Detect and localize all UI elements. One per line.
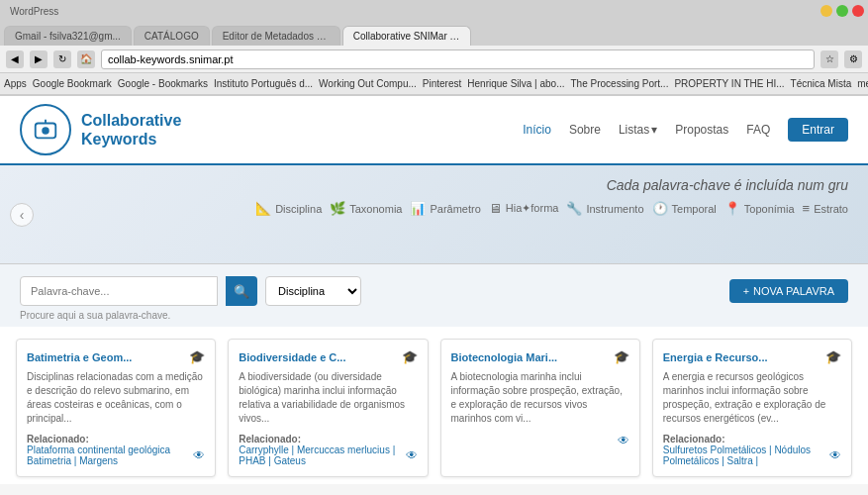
card-header: Energia e Recurso... 🎓: [663, 349, 841, 364]
bookmark-henrique[interactable]: Henrique Silva | abo...: [467, 78, 564, 89]
tab-collaborative[interactable]: Collaborative SNIMar Th...: [342, 26, 471, 46]
search-input[interactable]: [20, 276, 218, 306]
card-related: Relacionado: Carryphylle | Mercuccas mer…: [239, 434, 417, 466]
bookmark-pinterest[interactable]: Pinterest: [423, 78, 461, 89]
nav-inicio[interactable]: Início: [523, 123, 551, 137]
card-biodiversidade: Biodiversidade e C... 🎓 A biodiversidade…: [228, 339, 428, 477]
address-bar: ◀ ▶ ↻ 🏠 ☆ ⚙: [0, 46, 868, 73]
back-button[interactable]: ◀: [6, 50, 24, 68]
bookmark-google-bookmarks[interactable]: Google - Bookmarks: [118, 78, 208, 89]
eye-icon[interactable]: 👁: [406, 448, 418, 462]
tab-bar: Gmail - fsilva321@gm... CATÁLOGO Editor …: [0, 22, 868, 46]
estrato-icon: ≡: [803, 201, 811, 216]
close-btn[interactable]: [852, 5, 864, 17]
cat-parametro: 📊 Parâmetro: [410, 201, 480, 216]
prev-slide-button[interactable]: ‹: [10, 203, 34, 227]
card-title[interactable]: Batimetria e Geom...: [27, 351, 132, 363]
card-related-link[interactable]: Plataforma continental geológicaBatimetr…: [27, 445, 170, 466]
chevron-down-icon: ▾: [651, 123, 657, 137]
card-desc: A biotecnologia marinha inclui informaçã…: [451, 370, 629, 426]
card-header: Biotecnologia Mari... 🎓: [451, 349, 629, 364]
card-desc: A biodiversidade (ou diversidade biológi…: [239, 370, 417, 426]
bookmark-instituto[interactable]: Instituto Português d...: [214, 78, 313, 89]
bookmark-apps[interactable]: Apps: [4, 78, 27, 89]
toponimia-icon: 📍: [724, 201, 740, 216]
plus-icon: +: [743, 285, 749, 297]
bookmark-processing[interactable]: The Processing Port...: [571, 78, 669, 89]
parametro-icon: 📊: [410, 201, 426, 216]
bookmarks-bar: Apps Google Bookmark Google - Bookmarks …: [0, 73, 868, 95]
hia-icon: 🖥: [489, 201, 502, 216]
nav-sobre[interactable]: Sobre: [569, 123, 601, 137]
nav-links: Início Sobre Listas ▾ Propostas FAQ Entr…: [523, 118, 848, 142]
card-related-link[interactable]: Carryphylle | Mercuccas merlucius | PHAB…: [239, 445, 405, 466]
temporal-icon: 🕐: [652, 201, 668, 216]
tab-catalogo[interactable]: CATÁLOGO: [134, 26, 210, 46]
card-desc: A energia e recursos geológicos marinhos…: [663, 370, 841, 426]
discipline-select[interactable]: Disciplina Taxonomia Parâmetro Instrumen…: [265, 276, 361, 306]
card-title[interactable]: Biodiversidade e C...: [239, 351, 345, 363]
search-area: 🔍 Disciplina Taxonomia Parâmetro Instrum…: [0, 264, 868, 327]
card-header: Biodiversidade e C... 🎓: [239, 349, 417, 364]
search-button[interactable]: 🔍: [226, 276, 257, 306]
search-hint: Procure aqui a sua palavra-chave.: [20, 310, 848, 321]
cat-hia: 🖥 Hia✦forma: [489, 201, 559, 216]
forward-button[interactable]: ▶: [30, 50, 48, 68]
entrar-button[interactable]: Entrar: [788, 118, 848, 142]
search-icon: 🔍: [234, 284, 249, 299]
nav-listas[interactable]: Listas ▾: [619, 123, 657, 137]
card-related: Relacionado: Plataforma continental geol…: [27, 434, 205, 466]
card-title[interactable]: Biotecnologia Mari...: [451, 351, 558, 363]
graduate-icon: 🎓: [614, 349, 629, 364]
logo-area: Collaborative Keywords: [20, 104, 181, 155]
category-tags: 📐 Disciplina 🌿 Taxonomia 📊 Parâmetro 🖥 H…: [20, 201, 848, 216]
instrumento-icon: 🔧: [566, 201, 582, 216]
bookmark-property[interactable]: PROPERTY IN THE HI...: [674, 78, 784, 89]
card-related-link[interactable]: Sulfuretos Polmetálicos | Nódulos Polmet…: [663, 445, 829, 466]
graduate-icon: 🎓: [189, 349, 205, 364]
cat-temporal: 🕐 Temporal: [652, 201, 717, 216]
card-related: 👁: [451, 434, 629, 447]
title-bar: WordPress: [0, 0, 868, 22]
site-nav: Collaborative Keywords Início Sobre List…: [0, 96, 868, 165]
nav-faq[interactable]: FAQ: [746, 123, 770, 137]
cat-disciplina: 📐 Disciplina: [255, 201, 322, 216]
graduate-icon: 🎓: [402, 349, 418, 364]
add-word-button[interactable]: + NOVA PALAVRA: [729, 279, 848, 303]
maximize-btn[interactable]: [836, 5, 848, 17]
bookmark-google-bookmark[interactable]: Google Bookmark: [33, 78, 112, 89]
hero-banner: ‹ Cada palavra-chave é incluída num gru …: [0, 165, 868, 264]
hero-text: Cada palavra-chave é incluída num gru: [20, 177, 848, 193]
logo-icon: [32, 116, 59, 144]
svg-point-1: [42, 127, 48, 134]
card-desc: Disciplinas relacionadas com a medição e…: [27, 370, 205, 426]
bookmark-star[interactable]: ☆: [820, 50, 838, 68]
refresh-button[interactable]: ↻: [53, 50, 71, 68]
card-header: Batimetria e Geom... 🎓: [27, 349, 205, 364]
nav-propostas[interactable]: Propostas: [675, 123, 728, 137]
eye-icon[interactable]: 👁: [618, 434, 629, 447]
card-batimetria: Batimetria e Geom... 🎓 Disciplinas relac…: [16, 339, 216, 477]
extensions-btn[interactable]: ⚙: [844, 50, 862, 68]
card-related: Relacionado: Sulfuretos Polmetálicos | N…: [663, 434, 841, 466]
tab-gmail[interactable]: Gmail - fsilva321@gm...: [4, 26, 132, 46]
browser-chrome: WordPress Gmail - fsilva321@gm... CATÁLO…: [0, 0, 868, 96]
tab-editor[interactable]: Editor de Metadados SNI...: [212, 26, 340, 46]
home-button[interactable]: 🏠: [77, 50, 95, 68]
eye-icon[interactable]: 👁: [829, 448, 841, 462]
cat-taxonomia: 🌿 Taxonomia: [330, 201, 402, 216]
bookmark-meteo[interactable]: meteo|Tecnico: [857, 78, 868, 89]
card-title[interactable]: Energia e Recurso...: [663, 351, 768, 363]
website: Collaborative Keywords Início Sobre List…: [0, 96, 868, 484]
address-input[interactable]: [101, 50, 815, 69]
cat-toponimia: 📍 Toponímia: [724, 201, 795, 216]
bookmark-tecnica[interactable]: Técnica Mista: [791, 78, 852, 89]
logo-text: Collaborative Keywords: [81, 111, 181, 148]
card-energia: Energia e Recurso... 🎓 A energia e recur…: [652, 339, 852, 477]
minimize-btn[interactable]: [820, 5, 832, 17]
eye-icon[interactable]: 👁: [193, 448, 205, 462]
cards-area: Batimetria e Geom... 🎓 Disciplinas relac…: [0, 327, 868, 484]
bookmark-working[interactable]: Working Out Compu...: [319, 78, 417, 89]
cat-estrato: ≡ Estrato: [803, 201, 848, 216]
card-biotecnologia: Biotecnologia Mari... 🎓 A biotecnologia …: [440, 339, 640, 477]
